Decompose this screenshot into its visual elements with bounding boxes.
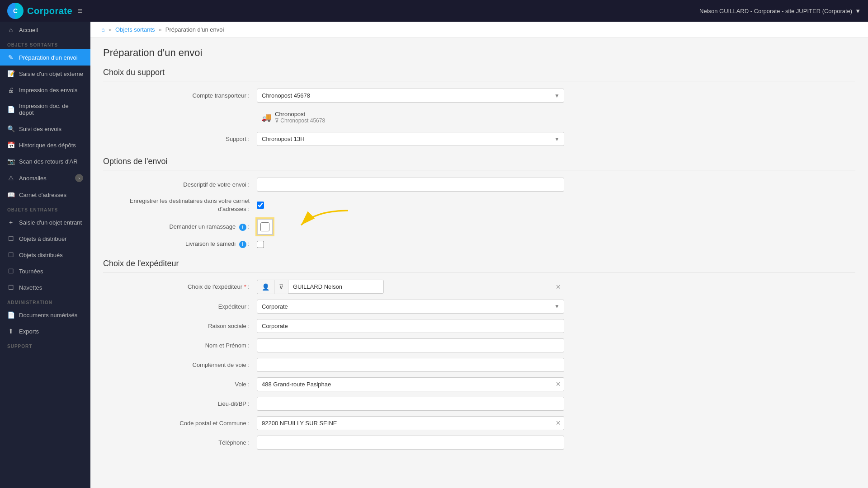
sidebar-item-carnet[interactable]: 📖 Carnet d'adresses (0, 187, 90, 203)
clear-code-postal-button[interactable]: × (556, 419, 561, 427)
sidebar-item-label: Anomalies (19, 175, 47, 182)
sidebar-item-objets-distribues[interactable]: ☐ Objets distribués (0, 247, 90, 263)
label-ramassage: Demander un ramassage i : (103, 223, 257, 231)
main-content: ⌂ » Objets sortants » Préparation d'un e… (90, 22, 868, 488)
logo-circle: C (7, 3, 24, 19)
sidebar-item-objets-distribuer[interactable]: ☐ Objets à distribuer (0, 230, 90, 247)
checkbox-samedi[interactable] (257, 241, 264, 248)
sidebar-item-label: Scan des retours d'AR (19, 158, 78, 165)
sidebar-item-preparation[interactable]: ✎ Préparation d'un envoi (0, 49, 90, 66)
input-raison-sociale[interactable] (257, 319, 564, 333)
truck-icon: 🚚 (261, 113, 271, 122)
user-dropdown-arrow[interactable]: ▼ (855, 8, 861, 14)
form-row-telephone: Téléphone : (103, 436, 855, 450)
label-telephone: Téléphone : (103, 439, 257, 446)
label-livraison-samedi: Livraison le samedi i : (103, 240, 257, 248)
form-row-ramassage: Demander un ramassage i : (103, 219, 855, 235)
select-expediteur[interactable]: Corporate (257, 300, 564, 314)
label-enregistrer: Enregistrer les destinataires dans votre… (103, 197, 257, 213)
form-row-descriptif: Descriptif de votre envoi : (103, 178, 855, 192)
input-code-postal[interactable] (257, 416, 564, 430)
wrap-code-postal: × (257, 416, 564, 430)
sidebar-section-entrants: OBJETS ENTRANTS (0, 203, 90, 214)
sidebar-item-label: Tournées (19, 268, 43, 275)
input-telephone[interactable] (257, 436, 564, 450)
section-choix-expediteur: Choix de l'expéditeur Choix de l'expédit… (103, 259, 855, 450)
app-logo[interactable]: C Corporate (7, 3, 72, 19)
sidebar-item-tournees[interactable]: ☐ Tournées (0, 263, 90, 279)
label-descriptif: Descriptif de votre envoi : (103, 181, 257, 188)
checkbox-wrap-samedi (257, 241, 264, 248)
input-expediteur-name[interactable] (288, 280, 384, 294)
anomalies-badge: › (75, 174, 83, 182)
info-ramassage-icon[interactable]: i (239, 224, 246, 231)
sidebar-item-saisie-entrant[interactable]: + Saisie d'un objet entrant (0, 214, 90, 230)
sidebar: ⌂ Accueil OBJETS SORTANTS ✎ Préparation … (0, 22, 90, 488)
info-samedi-icon[interactable]: i (239, 241, 246, 248)
expediteur-person-button[interactable]: 👤 (257, 280, 274, 294)
user-info-text: Nelson GUILLARD - Corporate - site JUPIT… (699, 8, 852, 14)
shuttle-icon: ☐ (7, 284, 14, 291)
select-compte-transporteur[interactable]: Chronopost 45678 (257, 89, 564, 103)
section-options-envoi: Options de l'envoi Descriptif de votre e… (103, 157, 855, 248)
label-raison-sociale: Raison sociale : (103, 323, 257, 329)
sidebar-item-label: Documents numérisés (19, 312, 77, 319)
sidebar-item-anomalies[interactable]: ⚠ Anomalies › (0, 169, 90, 187)
input-complement-voie[interactable] (257, 358, 564, 372)
input-lieu-dit[interactable] (257, 397, 564, 411)
label-code-postal: Code postal et Commune : (103, 420, 257, 427)
label-lieu-dit: Lieu-dit/BP : (103, 400, 257, 407)
sidebar-item-scan-retours[interactable]: 📷 Scan des retours d'AR (0, 153, 90, 169)
sidebar-item-saisie-externe[interactable]: 📝 Saisie d'un objet externe (0, 66, 90, 82)
sidebar-item-historique[interactable]: 📅 Historique des dépôts (0, 137, 90, 153)
select-wrap-compte: Chronopost 45678 ▼ (257, 89, 564, 103)
breadcrumb-current: Préparation d'un envoi (165, 26, 224, 33)
expediteur-filter-button[interactable]: ⊽ (274, 280, 288, 294)
input-descriptif[interactable] (257, 178, 564, 192)
input-voie[interactable] (257, 377, 564, 391)
hamburger-menu[interactable]: ≡ (78, 6, 83, 16)
route-icon: ☐ (7, 267, 14, 275)
sidebar-section-sortants: OBJETS SORTANTS (0, 38, 90, 49)
sidebar-item-accueil[interactable]: ⌂ Accueil (0, 22, 90, 38)
page-title: Préparation d'un envoi (103, 47, 855, 59)
plus-icon: + (7, 219, 14, 226)
chronopost-sub: ⊽ Chronopost 45678 (275, 117, 325, 124)
label-nom-prenom: Nom et Prénom : (103, 342, 257, 349)
breadcrumb-objets-sortants[interactable]: Objets sortants (115, 26, 155, 33)
label-expediteur: Expéditeur : (103, 303, 257, 310)
checkbox-highlighted-ramassage[interactable] (257, 219, 273, 235)
sidebar-item-label: Objets à distribuer (19, 235, 67, 242)
print-icon: 🖨 (7, 86, 14, 94)
wrap-complement-voie (257, 358, 564, 372)
label-complement-voie: Complément de voie : (103, 361, 257, 368)
form-row-code-postal: Code postal et Commune : × (103, 416, 855, 430)
select-support[interactable]: Chronopost 13H (257, 132, 564, 146)
section-choix-support: Choix du support Compte transporteur : C… (103, 68, 855, 146)
sidebar-section-support: SUPPORT (0, 339, 90, 351)
navbar-left: C Corporate ≡ (7, 3, 83, 19)
sidebar-item-impression-depot[interactable]: 📄 Impression doc. de dépôt (0, 98, 90, 121)
checkbox-enregistrer[interactable] (257, 202, 264, 209)
section-title-expediteur: Choix de l'expéditeur (103, 259, 855, 272)
warning-icon: ⚠ (7, 174, 14, 182)
clear-expediteur-button[interactable]: × (556, 283, 561, 291)
clear-voie-button[interactable]: × (556, 380, 561, 388)
sidebar-item-suivi-envois[interactable]: 🔍 Suivi des envois (0, 121, 90, 137)
form-row-nom-prenom: Nom et Prénom : (103, 338, 855, 352)
sidebar-item-impression-envois[interactable]: 🖨 Impression des envois (0, 82, 90, 98)
checkbox-wrap-enregistrer (257, 202, 264, 209)
breadcrumb-home-icon[interactable]: ⌂ (101, 26, 105, 33)
wrap-telephone (257, 436, 564, 450)
sidebar-item-navettes[interactable]: ☐ Navettes (0, 279, 90, 296)
sidebar-item-documents[interactable]: 📄 Documents numérisés (0, 307, 90, 323)
checkbox-ramassage[interactable] (260, 222, 269, 231)
input-nom-prenom[interactable] (257, 338, 564, 352)
user-menu[interactable]: Nelson GUILLARD - Corporate - site JUPIT… (699, 8, 861, 14)
box2-icon: ☐ (7, 251, 14, 258)
sidebar-item-label: Saisie d'un objet entrant (19, 219, 82, 226)
navbar: C Corporate ≡ Nelson GUILLARD - Corporat… (0, 0, 868, 22)
sidebar-item-exports[interactable]: ⬆ Exports (0, 323, 90, 339)
input-wrap-descriptif (257, 178, 564, 192)
breadcrumb-sep2: » (159, 26, 162, 33)
